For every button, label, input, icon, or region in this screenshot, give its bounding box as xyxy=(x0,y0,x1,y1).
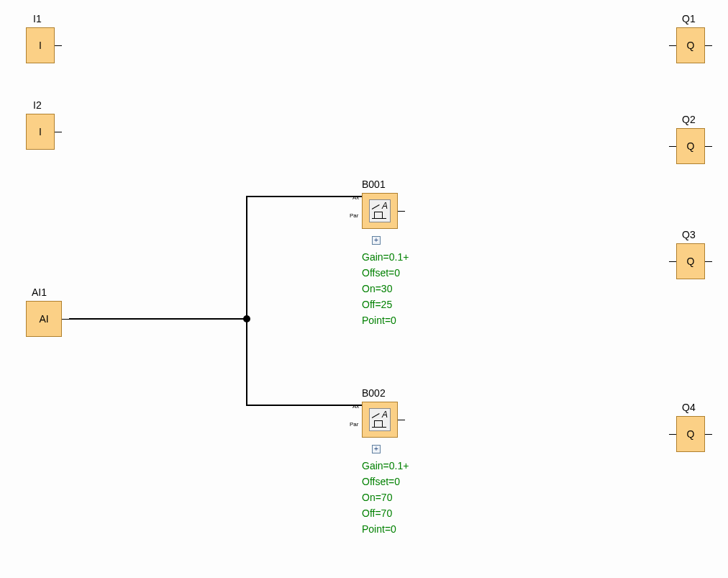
output-pin[interactable] xyxy=(705,434,712,435)
block-body: Q xyxy=(676,416,705,452)
block-Q4[interactable]: Q4 Q xyxy=(669,402,719,459)
block-Q1[interactable]: Q1 Q xyxy=(669,13,719,71)
expand-button-B001[interactable]: + xyxy=(372,236,381,245)
output-pin[interactable] xyxy=(705,146,712,147)
block-text: Q xyxy=(687,428,695,440)
block-body: Q xyxy=(676,243,705,279)
wire xyxy=(246,318,247,406)
output-pin[interactable] xyxy=(705,45,712,46)
block-label: Q3 xyxy=(682,229,696,240)
analog-threshold-icon: A xyxy=(369,408,391,431)
block-body: I xyxy=(26,114,55,150)
params-B002: Gain=0.1+ Offset=0 On=70 Off=70 Point=0 xyxy=(362,458,409,537)
wire xyxy=(246,405,362,406)
block-body: Q xyxy=(676,27,705,63)
block-body: A xyxy=(362,402,398,438)
block-B001[interactable]: B001 Ax Par A xyxy=(362,179,419,236)
params-B001: Gain=0.1+ Offset=0 On=30 Off=25 Point=0 xyxy=(362,249,409,328)
output-pin[interactable] xyxy=(705,261,712,262)
block-text: I xyxy=(39,126,42,137)
block-label: Q2 xyxy=(682,114,696,125)
output-pin[interactable] xyxy=(62,319,69,320)
output-pin[interactable] xyxy=(55,132,62,132)
wire xyxy=(246,196,247,320)
diagram-canvas[interactable]: { "blocks": { "I1": { "label": "I1", "te… xyxy=(0,0,728,578)
wire xyxy=(69,318,247,320)
expand-button-B002[interactable]: + xyxy=(372,445,381,453)
block-label: B002 xyxy=(362,387,386,399)
symbol-letter: A xyxy=(382,201,388,211)
block-B002[interactable]: B002 Ax Par A xyxy=(362,387,419,445)
plus-icon: + xyxy=(374,237,378,244)
output-pin[interactable] xyxy=(55,45,62,46)
block-text: I xyxy=(39,40,42,51)
plus-icon: + xyxy=(374,446,378,453)
pin-label-par: Par xyxy=(350,421,358,428)
block-text: Q xyxy=(687,256,695,267)
block-Q3[interactable]: Q3 Q xyxy=(669,229,719,286)
block-I2[interactable]: I2 I xyxy=(26,99,69,157)
input-pin[interactable] xyxy=(669,434,676,435)
block-Q2[interactable]: Q2 Q xyxy=(669,114,719,171)
block-body: I xyxy=(26,27,55,63)
pin-label-par: Par xyxy=(350,212,358,219)
block-label: AI1 xyxy=(32,286,47,298)
block-I1[interactable]: I1 I xyxy=(26,13,69,71)
wire xyxy=(246,196,362,197)
block-body: A xyxy=(362,193,398,229)
block-label: B001 xyxy=(362,179,386,190)
block-text: AI xyxy=(39,313,48,325)
output-pin[interactable] xyxy=(398,420,405,420)
block-label: Q1 xyxy=(682,13,696,24)
block-label: I1 xyxy=(33,13,42,24)
analog-threshold-icon: A xyxy=(369,199,391,222)
block-body: Q xyxy=(676,128,705,164)
input-pin[interactable] xyxy=(669,146,676,147)
output-pin[interactable] xyxy=(398,211,405,212)
input-pin[interactable] xyxy=(669,261,676,262)
block-body: AI xyxy=(26,301,62,337)
block-text: Q xyxy=(687,140,695,152)
input-pin[interactable] xyxy=(669,45,676,46)
block-label: Q4 xyxy=(682,402,696,413)
block-AI1[interactable]: AI1 AI xyxy=(26,286,69,344)
block-text: Q xyxy=(687,40,695,51)
block-label: I2 xyxy=(33,99,42,111)
symbol-letter: A xyxy=(382,410,388,420)
